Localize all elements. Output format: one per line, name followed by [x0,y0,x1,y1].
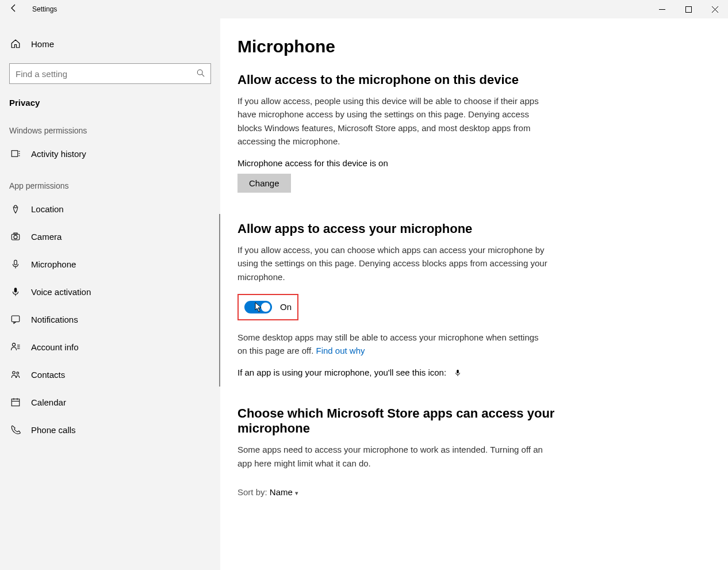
nav-label: Notifications [31,315,78,324]
chevron-down-icon: ▾ [295,489,298,496]
microphone-icon [9,259,22,269]
change-button[interactable]: Change [237,174,291,193]
svg-rect-13 [14,233,17,234]
home-icon [9,39,22,49]
voice-activation-icon [9,286,22,297]
category-title: Privacy [0,84,220,112]
device-access-status: Microphone access for this device is on [237,158,728,168]
nav-label: Contacts [31,370,65,380]
back-button[interactable] [0,3,28,15]
location-icon [9,204,22,214]
nav-camera[interactable]: Camera [0,223,220,250]
nav-voice-activation[interactable]: Voice activation [0,278,220,305]
svg-line-2 [712,6,718,13]
phone-icon [9,424,22,435]
svg-rect-25 [12,399,20,406]
minimize-button[interactable] [649,0,675,18]
svg-point-23 [13,372,16,374]
app-access-toggle[interactable] [244,301,272,313]
notifications-icon [9,314,22,324]
content-area: Microphone Allow access to the microphon… [220,18,728,570]
svg-point-4 [197,70,202,75]
nav-label: Microphone [31,259,76,269]
nav-account-info[interactable]: Account info [0,333,220,361]
section-device-access-title: Allow access to the microphone on this d… [237,72,560,87]
toggle-knob [261,303,270,312]
desktop-apps-note: Some desktop apps may still be able to a… [237,331,548,358]
section-choose-apps-title: Choose which Microsoft Store apps can ac… [237,406,560,436]
svg-line-3 [712,6,718,13]
page-title: Microphone [237,37,728,56]
group-app-permissions: App permissions [0,167,220,195]
search-input[interactable] [16,69,197,79]
nav-microphone[interactable]: Microphone [0,250,220,278]
nav-label: Camera [31,232,62,242]
svg-rect-14 [14,260,17,265]
svg-rect-29 [457,370,459,373]
svg-rect-18 [12,316,20,322]
svg-rect-6 [12,151,18,157]
maximize-button[interactable] [675,0,702,18]
home-nav[interactable]: Home [0,30,220,58]
nav-label: Location [31,204,64,214]
sidebar: Home Privacy Windows permissions Activit… [0,18,220,570]
section-device-access-desc: If you allow access, people using this d… [237,94,548,148]
nav-label: Activity history [31,149,86,159]
home-label: Home [31,39,54,49]
sort-by-control[interactable]: Sort by: Name▾ [237,487,728,497]
window-title: Settings [28,5,57,13]
svg-rect-1 [685,6,691,12]
svg-point-10 [14,205,17,208]
title-bar: Settings [0,0,728,18]
search-box[interactable] [9,63,211,84]
nav-label: Phone calls [31,425,76,435]
activity-history-icon [9,148,22,159]
svg-line-5 [202,74,204,76]
nav-notifications[interactable]: Notifications [0,305,220,333]
microphone-indicator-icon [454,368,462,377]
contacts-icon [9,369,22,380]
sort-label: Sort by: [237,487,270,497]
search-icon [197,69,205,79]
calendar-icon [9,397,22,407]
find-out-why-link[interactable]: Find out why [316,346,365,355]
nav-label: Calendar [31,397,66,407]
section-app-access-desc: If you allow access, you can choose whic… [237,243,548,284]
svg-point-12 [14,235,17,239]
svg-rect-16 [14,288,17,292]
svg-point-19 [12,343,15,346]
svg-point-24 [17,372,19,374]
nav-calendar[interactable]: Calendar [0,388,220,416]
section-app-access-title: Allow apps to access your microphone [237,221,560,236]
account-info-icon [9,342,22,352]
nav-location[interactable]: Location [0,195,220,223]
nav-phone-calls[interactable]: Phone calls [0,416,220,443]
nav-label: Voice activation [31,287,91,297]
mic-usage-line: If an app is using your microphone, you'… [237,368,728,377]
nav-activity-history[interactable]: Activity history [0,140,220,167]
section-choose-apps-desc: Some apps need to access your microphone… [237,443,548,470]
toggle-highlight: On [237,294,298,320]
sort-value: Name [270,487,293,497]
group-windows-permissions: Windows permissions [0,112,220,140]
camera-icon [9,231,22,242]
nav-contacts[interactable]: Contacts [0,361,220,388]
nav-label: Account info [31,342,79,352]
close-button[interactable] [702,0,728,18]
toggle-state-label: On [280,302,292,312]
